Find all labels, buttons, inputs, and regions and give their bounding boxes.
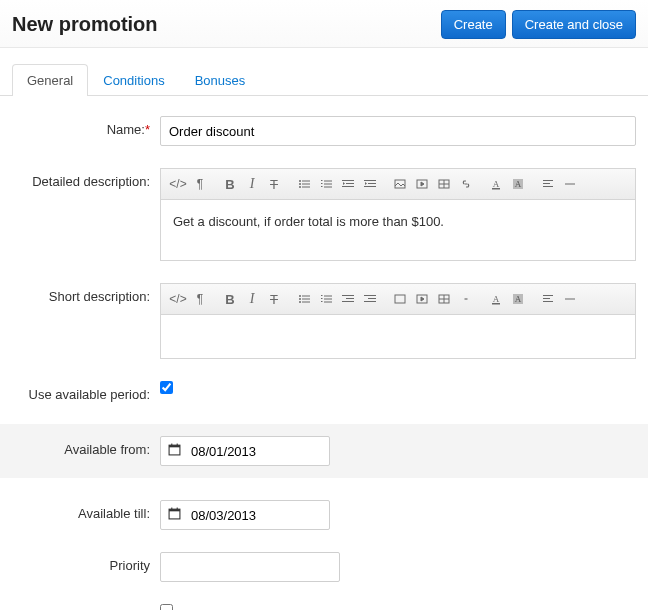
rte-hr-icon[interactable] bbox=[559, 288, 581, 310]
tab-bonuses[interactable]: Bonuses bbox=[180, 64, 261, 96]
rte-toolbar: </> ¶ B I T bbox=[161, 169, 635, 200]
rte-fontcolor-icon[interactable]: A bbox=[485, 288, 507, 310]
svg-rect-37 bbox=[324, 296, 332, 297]
svg-rect-43 bbox=[342, 295, 354, 296]
create-button[interactable]: Create bbox=[441, 10, 506, 39]
rte-image-icon[interactable] bbox=[389, 173, 411, 195]
svg-rect-12 bbox=[342, 180, 354, 181]
svg-rect-47 bbox=[368, 298, 376, 299]
row-available-till: Available till: bbox=[12, 500, 636, 530]
svg-rect-38 bbox=[324, 299, 332, 300]
rte-bold-icon[interactable]: B bbox=[219, 173, 241, 195]
rte-table-icon[interactable] bbox=[433, 288, 455, 310]
rte-ol-icon[interactable] bbox=[315, 173, 337, 195]
page-header: New promotion Create Create and close bbox=[0, 0, 648, 48]
rte-outdent-icon[interactable] bbox=[337, 173, 359, 195]
short-desc-content[interactable] bbox=[161, 315, 635, 358]
stop-rules-checkbox[interactable] bbox=[160, 604, 173, 610]
svg-rect-1 bbox=[302, 181, 310, 182]
svg-rect-42 bbox=[321, 301, 323, 302]
svg-text:A: A bbox=[493, 294, 500, 304]
name-input[interactable] bbox=[160, 116, 636, 146]
svg-rect-59 bbox=[543, 298, 550, 299]
rte-indent-icon[interactable] bbox=[359, 173, 381, 195]
rte-bold-icon[interactable]: B bbox=[219, 288, 241, 310]
svg-point-4 bbox=[299, 186, 301, 188]
rte-ol-icon[interactable] bbox=[315, 288, 337, 310]
use-period-checkbox[interactable] bbox=[160, 381, 173, 394]
svg-rect-9 bbox=[321, 180, 323, 181]
svg-rect-44 bbox=[346, 298, 354, 299]
rte-code-icon[interactable]: </> bbox=[167, 173, 189, 195]
svg-rect-6 bbox=[324, 181, 332, 182]
rte-link-icon[interactable] bbox=[455, 288, 477, 310]
rte-indent-icon[interactable] bbox=[359, 288, 381, 310]
available-from-input[interactable] bbox=[160, 436, 330, 466]
rte-italic-icon[interactable]: I bbox=[241, 173, 263, 195]
calendar-icon bbox=[168, 507, 181, 523]
svg-rect-11 bbox=[321, 186, 323, 187]
available-till-label: Available till: bbox=[12, 500, 160, 521]
rte-hr-icon[interactable] bbox=[559, 173, 581, 195]
svg-rect-49 bbox=[395, 295, 405, 303]
rte-ul-icon[interactable] bbox=[293, 288, 315, 310]
svg-rect-41 bbox=[321, 298, 323, 299]
detailed-desc-editor: </> ¶ B I T bbox=[160, 168, 636, 261]
rte-image-icon[interactable] bbox=[389, 288, 411, 310]
rte-code-icon[interactable]: </> bbox=[167, 288, 189, 310]
short-desc-label: Short description: bbox=[12, 283, 160, 304]
svg-rect-64 bbox=[171, 444, 172, 446]
svg-rect-3 bbox=[302, 184, 310, 185]
rte-paragraph-icon[interactable]: ¶ bbox=[189, 173, 211, 195]
rte-strike-icon[interactable]: T bbox=[263, 173, 285, 195]
row-available-from: Available from: bbox=[0, 424, 648, 478]
rte-fontcolor-icon[interactable]: A bbox=[485, 173, 507, 195]
rte-video-icon[interactable] bbox=[411, 173, 433, 195]
svg-rect-60 bbox=[543, 301, 553, 302]
create-and-close-button[interactable]: Create and close bbox=[512, 10, 636, 39]
priority-input[interactable] bbox=[160, 552, 340, 582]
rte-outdent-icon[interactable] bbox=[337, 288, 359, 310]
svg-point-31 bbox=[299, 295, 301, 297]
svg-rect-14 bbox=[342, 186, 354, 187]
rte-link-icon[interactable] bbox=[455, 173, 477, 195]
rte-table-icon[interactable] bbox=[433, 173, 455, 195]
svg-rect-65 bbox=[177, 444, 178, 446]
tab-general[interactable]: General bbox=[12, 64, 88, 96]
svg-rect-48 bbox=[364, 301, 376, 302]
rte-paragraph-icon[interactable]: ¶ bbox=[189, 288, 211, 310]
svg-rect-68 bbox=[171, 508, 172, 510]
svg-rect-69 bbox=[177, 508, 178, 510]
rte-italic-icon[interactable]: I bbox=[241, 288, 263, 310]
rte-strike-icon[interactable]: T bbox=[263, 288, 285, 310]
svg-rect-15 bbox=[364, 180, 376, 181]
rte-bgcolor-icon[interactable]: A bbox=[507, 288, 529, 310]
header-actions: Create Create and close bbox=[441, 10, 636, 39]
svg-rect-8 bbox=[324, 187, 332, 188]
stop-rules-label: Stop other rules ? bbox=[12, 604, 160, 610]
svg-rect-29 bbox=[543, 186, 553, 187]
svg-rect-40 bbox=[321, 295, 323, 296]
calendar-icon bbox=[168, 443, 181, 459]
svg-rect-39 bbox=[324, 302, 332, 303]
row-priority: Priority bbox=[12, 552, 636, 582]
rte-video-icon[interactable] bbox=[411, 288, 433, 310]
svg-rect-46 bbox=[364, 295, 376, 296]
rte-ul-icon[interactable] bbox=[293, 173, 315, 195]
svg-rect-45 bbox=[342, 301, 354, 302]
rte-toolbar-short: </> ¶ B I T bbox=[161, 284, 635, 315]
available-till-input[interactable] bbox=[160, 500, 330, 530]
tab-conditions[interactable]: Conditions bbox=[88, 64, 179, 96]
rte-bgcolor-icon[interactable]: A bbox=[507, 173, 529, 195]
svg-rect-17 bbox=[364, 186, 376, 187]
row-use-period: Use available period: bbox=[12, 381, 636, 402]
svg-rect-10 bbox=[321, 183, 323, 184]
rte-align-icon[interactable] bbox=[537, 173, 559, 195]
detailed-desc-content[interactable]: Get a discount, if order total is more t… bbox=[161, 200, 635, 260]
svg-text:A: A bbox=[515, 179, 522, 189]
use-period-label: Use available period: bbox=[12, 381, 160, 402]
svg-rect-36 bbox=[302, 302, 310, 303]
rte-align-icon[interactable] bbox=[537, 288, 559, 310]
svg-rect-13 bbox=[346, 183, 354, 184]
priority-label: Priority bbox=[12, 552, 160, 573]
